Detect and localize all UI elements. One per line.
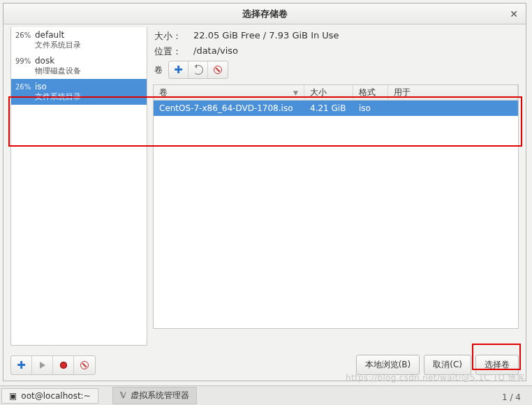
delete-volume-button[interactable] [208, 61, 228, 78]
volume-table: 卷▼ 大小 格式 用于 CentOS-7-x86_64-DVD-1708.iso… [153, 84, 519, 329]
watermark: https://blog.csdn.net/wait/@5.1C TO 博客 [346, 372, 525, 384]
refresh-icon [193, 65, 203, 75]
cell-size: 4.21 GiB [304, 103, 353, 113]
table-row[interactable]: CentOS-7-x86_64-DVD-1708.iso 4.21 GiB is… [154, 101, 518, 116]
pool-usage-pct: 99% [15, 56, 35, 65]
taskbar-terminal[interactable]: ▣ oot@localhost:~ [1, 388, 98, 404]
pool-desc: 文件系统目录 [35, 40, 142, 50]
taskbar-vmm[interactable]: 𝕍 虚拟系统管理器 [112, 387, 197, 404]
pool-detail: 大小： 22.05 GiB Free / 7.93 GiB In Use 位置：… [147, 24, 526, 348]
cell-volume: CentOS-7-x86_64-DVD-1708.iso [154, 103, 304, 113]
volume-toolbar: ✚ [168, 61, 228, 79]
pool-name: default [35, 30, 142, 40]
col-size[interactable]: 大小 [304, 85, 353, 100]
dialog-body: 26% default 文件系统目录 99% dosk 物理磁盘设备 26% i… [3, 24, 526, 348]
dialog-title: 选择存储卷 [242, 8, 288, 20]
pool-iso[interactable]: 26% iso 文件系统目录 [11, 79, 147, 105]
pool-action-toolbar: ✚ [10, 355, 96, 375]
size-label: 大小： [154, 30, 193, 43]
cell-format: iso [353, 103, 388, 113]
start-pool-button[interactable] [32, 356, 53, 374]
pool-usage-pct: 26% [15, 30, 35, 39]
location-label: 位置： [154, 45, 193, 58]
vmm-icon: 𝕍 [120, 390, 126, 401]
sort-indicator-icon: ▼ [293, 89, 298, 96]
storage-pool-list[interactable]: 26% default 文件系统目录 99% dosk 物理磁盘设备 26% i… [10, 27, 147, 346]
stop-pool-button[interactable] [53, 356, 74, 374]
plus-icon: ✚ [17, 359, 26, 371]
pool-name: dosk [35, 56, 142, 66]
col-used-for[interactable]: 用于 [388, 85, 518, 100]
refresh-button[interactable] [189, 61, 208, 78]
titlebar: 选择存储卷 ✕ [3, 3, 526, 24]
close-icon[interactable]: ✕ [508, 8, 520, 20]
pool-usage-pct: 26% [15, 82, 35, 91]
table-header: 卷▼ 大小 格式 用于 [154, 85, 518, 101]
pool-default[interactable]: 26% default 文件系统目录 [11, 27, 147, 53]
record-icon [60, 362, 67, 369]
add-pool-button[interactable]: ✚ [11, 356, 32, 374]
terminal-icon: ▣ [9, 391, 17, 401]
pool-name: iso [35, 82, 142, 91]
page-number: 1 / 4 [502, 392, 521, 402]
volumes-label: 卷 [154, 64, 163, 76]
play-icon [40, 362, 45, 369]
taskbar: ▣ oot@localhost:~ 𝕍 虚拟系统管理器 [0, 385, 532, 405]
storage-volume-dialog: 选择存储卷 ✕ 26% default 文件系统目录 99% dosk 物理磁盘… [3, 3, 526, 381]
delete-icon [214, 66, 222, 74]
add-volume-button[interactable]: ✚ [169, 61, 189, 78]
delete-pool-button[interactable] [74, 356, 95, 374]
location-value: /data/viso [193, 45, 238, 58]
plus-icon: ✚ [174, 64, 183, 76]
pool-desc: 物理磁盘设备 [35, 66, 142, 76]
delete-icon [80, 361, 89, 369]
pool-desc: 文件系统目录 [35, 91, 142, 102]
size-value: 22.05 GiB Free / 7.93 GiB In Use [193, 30, 339, 43]
pool-dosk[interactable]: 99% dosk 物理磁盘设备 [11, 53, 147, 79]
col-volume[interactable]: 卷▼ [154, 85, 304, 100]
col-format[interactable]: 格式 [353, 85, 388, 100]
